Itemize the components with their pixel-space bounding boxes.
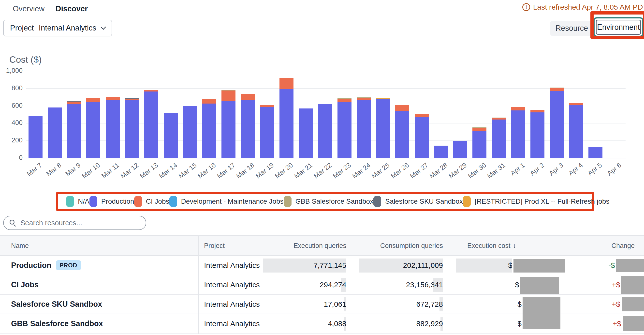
tab-overview[interactable]: Overview <box>13 5 44 13</box>
bar-segment <box>280 78 294 89</box>
chart-legend: N/AProductionCI JobsDevelopment - Mainte… <box>58 194 592 209</box>
bar-segment <box>106 100 120 158</box>
cell-consumption-queries: 23,156,341 <box>406 275 443 294</box>
legend-label: Development - Maintenance Jobs <box>181 197 284 205</box>
tab-discover[interactable]: Discover <box>56 5 88 13</box>
bar-segment <box>86 98 100 102</box>
bar-segment <box>453 141 467 158</box>
bar-segment <box>144 92 158 158</box>
legend-item[interactable]: [RESTRICTED] Prod XL -- Full-Refresh job… <box>463 196 609 207</box>
legend-label: [RESTRICTED] Prod XL -- Full-Refresh job… <box>475 197 609 205</box>
legend-item[interactable]: Salesforce SKU Sandbox <box>373 196 463 207</box>
bar-segment <box>299 109 313 158</box>
x-tick-label: Mar 15 <box>177 161 198 180</box>
chart-x-axis: Mar 7Mar 8Mar 9Mar 10Mar 11Mar 12Mar 13M… <box>26 161 624 188</box>
x-tick-label: Mar 22 <box>312 161 333 180</box>
bar-segment <box>67 101 81 102</box>
x-tick-label: Mar 29 <box>447 161 468 180</box>
bar-segment <box>260 107 274 158</box>
bar-segment <box>472 131 486 158</box>
legend-swatch <box>373 196 381 207</box>
bar-segment <box>492 120 506 158</box>
search-box <box>3 216 146 230</box>
legend-swatch <box>463 196 471 207</box>
bar-segment <box>86 102 100 158</box>
x-tick-label: Mar 18 <box>235 161 256 180</box>
bar-segment <box>472 127 486 128</box>
x-tick-label: Mar 13 <box>138 161 159 180</box>
cell-name: ProductionPROD <box>11 256 81 275</box>
legend-swatch <box>169 196 177 207</box>
cell-consumption-queries: 202,111,009 <box>403 256 443 275</box>
bar-segment <box>550 88 564 88</box>
gridline <box>26 158 626 158</box>
chart-bars <box>26 71 624 158</box>
column-divider <box>198 235 199 334</box>
legend-swatch <box>90 196 97 207</box>
project-filter-dropdown[interactable]: Project Internal Analytics <box>3 20 112 37</box>
search-input[interactable] <box>20 219 140 227</box>
legend-item[interactable]: N/A <box>66 196 90 207</box>
bar-segment <box>67 102 81 104</box>
cell-execution-queries: 17,061 <box>324 295 346 313</box>
cell-project: Internal Analytics <box>204 275 260 294</box>
legend-item[interactable]: GBB Salesforce Sandbox <box>284 196 374 207</box>
bar-segment <box>550 88 564 91</box>
redacted-value <box>514 259 565 272</box>
y-tick-label: 1,000 <box>0 67 22 75</box>
column-header-project[interactable]: Project <box>204 236 225 256</box>
bar-segment <box>241 94 255 100</box>
redacted-value <box>616 259 644 272</box>
bar-segment <box>280 89 294 158</box>
last-refreshed-text: Last refreshed Apr 7, 8:05 AM PDT <box>533 3 644 11</box>
cell-name: GBB Salesforce Sandbox <box>11 314 103 333</box>
column-header-consumption-queries[interactable]: Consumption queries <box>380 236 443 256</box>
column-header-execution-queries[interactable]: Execution queries <box>294 236 346 256</box>
legend-item[interactable]: CI Jobs <box>134 196 169 207</box>
cell-execution-cost: $ <box>515 275 519 294</box>
x-tick-label: Apr 3 <box>548 161 565 177</box>
column-header-change[interactable]: Change <box>611 236 635 256</box>
legend-label: Salesforce SKU Sandbox <box>385 197 463 205</box>
x-tick-label: Mar 14 <box>158 161 179 180</box>
bar-segment <box>338 99 352 102</box>
bar-segment <box>106 97 120 101</box>
legend-swatch <box>134 196 142 207</box>
y-tick-label: 600 <box>0 102 22 109</box>
legend-label: Production <box>101 197 134 205</box>
cell-execution-cost: $ <box>518 295 522 313</box>
bar-segment <box>415 117 429 158</box>
annotation-highlight-legend: N/AProductionCI JobsDevelopment - Mainte… <box>56 192 594 211</box>
annotation-highlight-environment <box>590 11 644 39</box>
legend-item[interactable]: Development - Maintenance Jobs <box>169 196 284 207</box>
redacted-value <box>520 277 559 294</box>
x-tick-label: Apr 4 <box>567 161 584 177</box>
bar-segment <box>376 99 390 99</box>
group-by-resource-button[interactable]: Resource <box>550 21 593 36</box>
dashboard-canvas: Overview Discover ! Last refreshed Apr 7… <box>0 0 644 335</box>
environment-badge: PROD <box>56 260 81 270</box>
table-row[interactable]: ProductionPRODInternal Analytics7,771,14… <box>0 256 644 275</box>
column-header-name[interactable]: Name <box>11 236 29 256</box>
bar-segment <box>569 103 583 105</box>
x-tick-label: Mar 20 <box>274 161 294 180</box>
cell-name: CI Jobs <box>11 275 38 294</box>
x-tick-label: Mar 30 <box>467 161 488 180</box>
bar-segment <box>260 105 274 105</box>
bar-segment <box>395 105 409 105</box>
bar-segment <box>415 114 429 114</box>
legend-item[interactable]: Production <box>90 196 134 207</box>
bar-segment <box>125 98 139 99</box>
cell-name: Salesforce SKU Sandbox <box>11 295 102 313</box>
bar-segment <box>569 105 583 158</box>
x-tick-label: Apr 1 <box>509 161 526 177</box>
x-tick-label: Mar 11 <box>100 161 121 180</box>
bar-segment <box>222 101 236 158</box>
x-tick-label: Mar 26 <box>389 161 410 180</box>
cell-consumption-queries: 672,728 <box>416 295 443 313</box>
search-icon <box>10 220 16 226</box>
bar-segment <box>376 98 390 99</box>
legend-label: GBB Salesforce Sandbox <box>296 197 374 205</box>
column-header-execution-cost[interactable]: Execution cost↓ <box>467 236 516 256</box>
table-row[interactable]: CI JobsInternal Analytics294,27423,156,3… <box>0 275 644 295</box>
